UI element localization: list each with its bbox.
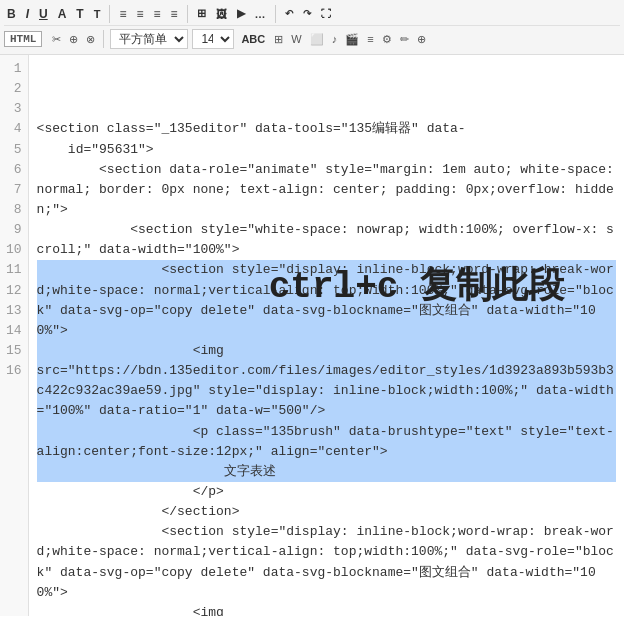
font-selector[interactable]: 平方简单	[110, 29, 188, 49]
line-number: 14	[6, 321, 22, 341]
line-number: 5	[6, 140, 22, 160]
separator4	[103, 30, 104, 48]
code-line[interactable]: </p>	[37, 482, 616, 502]
html-badge: HTML	[4, 31, 42, 47]
code-btn3[interactable]: ⊗	[84, 32, 97, 47]
code-line[interactable]: id="95631">	[37, 140, 616, 160]
format-btn3[interactable]: ⬜	[308, 32, 326, 47]
code-btn1[interactable]: ✂	[50, 32, 63, 47]
format-btn8[interactable]: ✏	[398, 32, 411, 47]
format-btn5[interactable]: 🎬	[343, 32, 361, 47]
format-btn9[interactable]: ⊕	[415, 32, 428, 47]
line-number: 16	[6, 361, 22, 381]
line-number: 2	[6, 79, 22, 99]
text-button2[interactable]: T	[91, 7, 104, 21]
line-number: 12	[6, 281, 22, 301]
toolbar-row2: HTML ✂ ⊕ ⊗ 平方简单 14px ABC ⊞ W ⬜ ♪ 🎬 ≡ ⚙ ✏…	[4, 26, 620, 52]
line-number: 4	[6, 119, 22, 139]
separator1	[109, 5, 110, 23]
code-line[interactable]: src="https://bdn.135editor.com/files/ima…	[37, 361, 616, 421]
line-number: 3	[6, 99, 22, 119]
code-line[interactable]: <p class="135brush" data-brushtype="text…	[37, 422, 616, 462]
toolbar: B I U A T T ≡ ≡ ≡ ≡ ⊞ 🖼 ▶ … ↶ ↷ ⛶ HTML ✂…	[0, 0, 624, 55]
code-line[interactable]: <section style="display: inline-block;wo…	[37, 260, 616, 341]
underline-button[interactable]: U	[36, 6, 51, 22]
bold-button[interactable]: B	[4, 6, 19, 22]
font-color-button[interactable]: A	[55, 6, 70, 22]
format-btn2[interactable]: W	[289, 32, 303, 46]
image-button[interactable]: 🖼	[213, 7, 230, 21]
line-number: 6	[6, 160, 22, 180]
code-line[interactable]: 文字表述	[37, 462, 616, 482]
code-line[interactable]: <img	[37, 341, 616, 361]
format-btn7[interactable]: ⚙	[380, 32, 394, 47]
line-number: 11	[6, 260, 22, 280]
format-btn6[interactable]: ≡	[365, 32, 375, 46]
code-line[interactable]: <section style="white-space: nowrap; wid…	[37, 220, 616, 260]
align-center[interactable]: ≡	[133, 6, 146, 22]
align-left[interactable]: ≡	[116, 6, 129, 22]
abc-btn[interactable]: ABC	[238, 32, 268, 46]
media-button[interactable]: ▶	[234, 6, 248, 21]
font-size-selector[interactable]: 14px	[192, 29, 234, 49]
code-area: 12345678910111213141516 <section class="…	[0, 55, 624, 616]
line-number: 1	[6, 59, 22, 79]
align-justify[interactable]: ≡	[167, 6, 180, 22]
line-number: 13	[6, 301, 22, 321]
code-line[interactable]: <section class="_135editor" data-tools="…	[37, 119, 616, 139]
separator2	[187, 5, 188, 23]
line-numbers: 12345678910111213141516	[0, 55, 29, 616]
separator3	[275, 5, 276, 23]
table-button[interactable]: ⊞	[194, 6, 209, 21]
misc-btn1[interactable]: ↶	[282, 7, 296, 20]
code-line[interactable]: <section style="display: inline-block;wo…	[37, 522, 616, 603]
format-btn1[interactable]: ⊞	[272, 32, 285, 47]
line-number: 7	[6, 180, 22, 200]
line-number: 10	[6, 240, 22, 260]
code-content[interactable]: <section class="_135editor" data-tools="…	[29, 55, 624, 616]
fullscreen-button[interactable]: ⛶	[318, 7, 334, 20]
format-btn4[interactable]: ♪	[330, 32, 340, 46]
line-number: 15	[6, 341, 22, 361]
align-right[interactable]: ≡	[150, 6, 163, 22]
line-number: 8	[6, 200, 22, 220]
editor-container: B I U A T T ≡ ≡ ≡ ≡ ⊞ 🖼 ▶ … ↶ ↷ ⛶ HTML ✂…	[0, 0, 624, 616]
code-line[interactable]: <section data-role="animate" style="marg…	[37, 160, 616, 220]
italic-button[interactable]: I	[23, 6, 32, 22]
misc-btn2[interactable]: ↷	[300, 7, 314, 20]
line-number: 9	[6, 220, 22, 240]
code-btn2[interactable]: ⊕	[67, 32, 80, 47]
text-button1[interactable]: T	[73, 6, 86, 22]
code-line[interactable]: <img	[37, 603, 616, 616]
toolbar-row1: B I U A T T ≡ ≡ ≡ ≡ ⊞ 🖼 ▶ … ↶ ↷ ⛶	[4, 2, 620, 26]
more-button[interactable]: …	[252, 7, 269, 21]
code-line[interactable]: </section>	[37, 502, 616, 522]
